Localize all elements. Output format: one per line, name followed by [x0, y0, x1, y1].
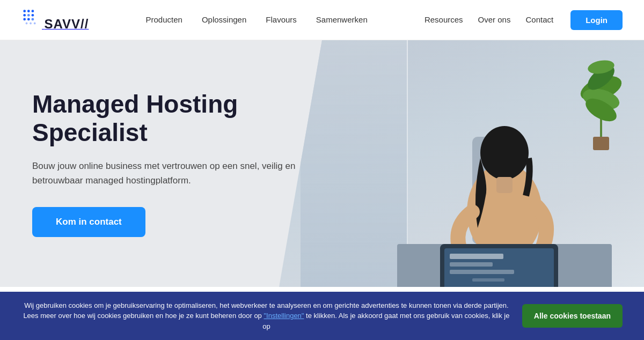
svg-point-7: [27, 18, 30, 21]
svg-point-14: [480, 126, 529, 180]
nav-left-links: Producten Oplossingen Flavours Samenwerk…: [146, 15, 368, 25]
svg-point-3: [23, 14, 26, 17]
svg-rect-18: [450, 254, 503, 259]
logo-text: SAVV//: [44, 17, 89, 31]
navbar: SAVV// Producten Oplossingen Flavours Sa…: [0, 0, 644, 40]
svg-rect-19: [450, 262, 493, 267]
svg-point-6: [23, 18, 26, 21]
svg-point-2: [32, 10, 34, 12]
svg-point-11: [34, 23, 36, 25]
svg-point-1: [27, 10, 30, 12]
nav-oplossingen[interactable]: Oplossingen: [202, 15, 246, 24]
svg-rect-21: [472, 278, 504, 282]
nav-samenwerken[interactable]: Samenwerken: [316, 15, 368, 24]
cookie-text: Wij gebruiken cookies om je gebruikserva…: [21, 300, 511, 332]
nav-over-ons[interactable]: Over ons: [478, 15, 511, 24]
hero-section: Managed Hosting Specialist Bouw jouw onl…: [0, 40, 644, 287]
nav-contact[interactable]: Contact: [525, 15, 553, 24]
svg-rect-23: [593, 137, 609, 150]
nav-resources[interactable]: Resources: [425, 15, 463, 24]
hero-subtitle: Bouw jouw online business met vertrouwen…: [32, 159, 301, 188]
nav-right: Resources Over ons Contact Login: [425, 10, 623, 30]
cookie-banner: Wij gebruiken cookies om je gebruikserva…: [0, 292, 644, 341]
login-button[interactable]: Login: [570, 10, 623, 30]
svg-rect-20: [450, 270, 514, 274]
cta-button[interactable]: Kom in contact: [32, 207, 145, 237]
nav-producten[interactable]: Producten: [146, 15, 182, 24]
hero-content: Managed Hosting Specialist Bouw jouw onl…: [0, 90, 333, 237]
nav-flavours[interactable]: Flavours: [266, 15, 297, 24]
cookie-accept-button[interactable]: Alle cookies toestaan: [522, 304, 623, 328]
svg-point-8: [32, 18, 34, 21]
hero-title: Managed Hosting Specialist: [32, 90, 333, 147]
hero-background: [279, 40, 644, 287]
svg-point-4: [27, 14, 30, 17]
svg-point-5: [32, 14, 34, 17]
logo-link[interactable]: SAVV//: [21, 8, 89, 32]
svg-point-0: [23, 10, 26, 12]
cookie-settings-link[interactable]: "Instellingen": [264, 312, 304, 320]
svg-point-9: [26, 23, 28, 25]
logo-icon: [21, 8, 42, 28]
svg-point-10: [30, 23, 32, 25]
svg-rect-15: [496, 177, 513, 193]
plant-illustration: [564, 46, 639, 153]
nav-right-links: Resources Over ons Contact: [425, 15, 553, 25]
